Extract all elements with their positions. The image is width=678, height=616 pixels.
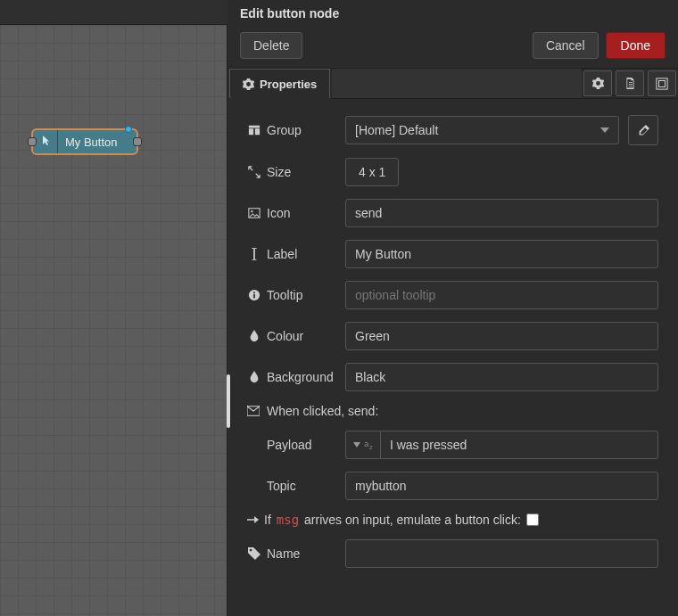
delete-button[interactable]: Delete	[240, 32, 302, 59]
label-field[interactable]	[345, 240, 658, 268]
info-icon	[247, 289, 261, 301]
image-icon	[247, 207, 261, 219]
cancel-button[interactable]: Cancel	[533, 32, 599, 59]
drop-icon	[247, 371, 261, 383]
editor-toolbar: Delete Cancel Done	[227, 27, 678, 69]
node-icon	[33, 130, 58, 153]
when-clicked-section: When clicked, send:	[247, 404, 658, 418]
editor-tabs: Properties	[227, 69, 678, 99]
group-label: Group	[267, 123, 302, 137]
layout-icon	[656, 78, 668, 90]
label-label: Label	[267, 247, 297, 261]
panel-resize-handle[interactable]	[227, 374, 230, 428]
row-payload: Payload az	[247, 431, 658, 459]
size-button[interactable]: 4 x 1	[345, 158, 399, 186]
tooltip-field[interactable]	[345, 281, 658, 309]
tab-spacer	[332, 69, 582, 99]
arrow-right-icon	[247, 514, 259, 525]
svg-rect-5	[253, 294, 255, 298]
payload-type-button[interactable]: az	[345, 431, 380, 459]
icon-field[interactable]	[345, 199, 658, 227]
payload-label: Payload	[267, 438, 312, 452]
icon-label: Icon	[267, 206, 290, 220]
row-size: Size 4 x 1	[247, 158, 658, 186]
row-colour: Colour	[247, 322, 658, 350]
colour-field[interactable]	[345, 322, 658, 350]
name-label: Name	[267, 546, 300, 561]
row-group: Group [Home] Default	[247, 115, 658, 145]
caret-down-icon	[353, 442, 360, 448]
size-label: Size	[267, 165, 291, 179]
node-status-dot	[125, 126, 132, 133]
envelope-icon	[247, 406, 260, 416]
properties-form: Group [Home] Default Size 4 x 1	[227, 99, 678, 584]
pencil-icon	[638, 125, 649, 136]
node-button[interactable]: My Button	[31, 128, 138, 155]
drop-icon	[247, 330, 261, 342]
payload-field[interactable]	[380, 431, 658, 459]
workspace-topbar	[0, 0, 227, 25]
tab-appearance-button[interactable]	[648, 70, 676, 96]
table-icon	[247, 124, 261, 136]
svg-point-3	[251, 210, 252, 212]
tab-description-button[interactable]	[616, 70, 644, 96]
topic-field[interactable]	[345, 472, 658, 500]
background-field[interactable]	[345, 363, 658, 391]
group-edit-button[interactable]	[628, 115, 658, 145]
tab-properties[interactable]: Properties	[229, 69, 330, 99]
node-input-port[interactable]	[28, 137, 37, 146]
topic-label: Topic	[267, 479, 296, 493]
emulate-msg-code: msg	[277, 513, 299, 527]
colour-label: Colour	[267, 329, 303, 343]
node-output-port[interactable]	[133, 137, 142, 146]
emulate-checkbox[interactable]	[526, 513, 539, 526]
row-icon: Icon	[247, 199, 658, 227]
name-field[interactable]	[345, 539, 658, 568]
row-tooltip: Tooltip	[247, 281, 658, 309]
background-label: Background	[267, 370, 334, 384]
gear-icon	[243, 78, 254, 90]
editor-title: Edit button node	[227, 0, 678, 27]
emulate-text-suffix: arrives on input, emulate a button click…	[304, 513, 521, 527]
when-clicked-label: When clicked, send:	[267, 404, 378, 418]
row-background: Background	[247, 363, 658, 391]
tag-icon	[247, 547, 261, 560]
tab-properties-label: Properties	[260, 78, 317, 91]
svg-rect-0	[657, 78, 667, 88]
workspace-column: My Button	[0, 0, 227, 616]
editor-panel: Edit button node Delete Cancel Done Prop…	[227, 0, 678, 616]
string-type-icon: az	[364, 439, 373, 451]
flow-canvas[interactable]: My Button	[0, 25, 227, 616]
emulate-row: If msg arrives on input, emulate a butto…	[247, 513, 658, 527]
resize-icon	[247, 166, 261, 178]
done-button[interactable]: Done	[606, 32, 666, 59]
document-icon	[624, 78, 636, 89]
emulate-text-prefix: If	[264, 513, 271, 527]
group-select[interactable]: [Home] Default	[345, 116, 619, 144]
row-label-field: Label	[247, 240, 658, 268]
cursor-icon	[247, 248, 261, 260]
tab-settings-button[interactable]	[583, 70, 612, 96]
gear-icon	[592, 78, 604, 89]
row-topic: Topic	[247, 472, 658, 500]
row-name: Name	[247, 539, 658, 568]
svg-rect-6	[253, 292, 255, 294]
svg-rect-1	[659, 80, 666, 86]
tooltip-label: Tooltip	[267, 288, 302, 302]
pointer-icon	[38, 135, 53, 149]
node-label: My Button	[58, 136, 118, 149]
